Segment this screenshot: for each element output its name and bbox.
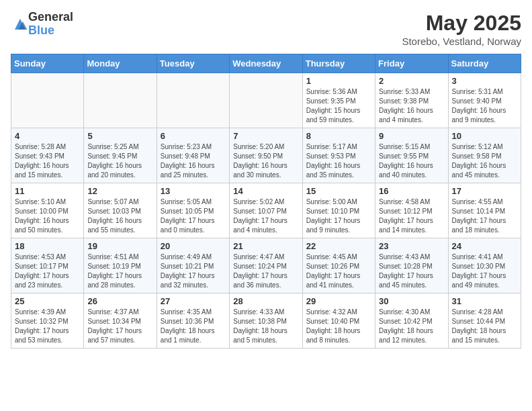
col-friday: Friday [375,54,448,73]
calendar-cell-w5-d1: 25Sunrise: 4:39 AM Sunset: 10:32 PM Dayl… [11,293,84,349]
day-number: 21 [233,241,298,251]
calendar-cell-w2-d7: 10Sunrise: 5:12 AM Sunset: 9:58 PM Dayli… [448,128,521,183]
calendar-cell-w4-d3: 20Sunrise: 4:49 AM Sunset: 10:21 PM Dayl… [157,238,229,293]
day-number: 30 [379,296,444,306]
calendar-cell-w3-d2: 12Sunrise: 5:07 AM Sunset: 10:03 PM Dayl… [84,183,157,238]
day-number: 23 [379,241,444,251]
calendar-cell-w3-d7: 17Sunrise: 4:55 AM Sunset: 10:14 PM Dayl… [448,183,521,238]
calendar-cell-w4-d7: 24Sunrise: 4:41 AM Sunset: 10:30 PM Dayl… [448,238,521,293]
day-number: 22 [306,241,371,251]
month-title: May 2025 [402,11,521,36]
calendar-cell-w1-d1 [11,73,84,128]
calendar-week-1: 1Sunrise: 5:36 AM Sunset: 9:35 PM Daylig… [11,73,521,128]
day-info: Sunrise: 4:37 AM Sunset: 10:34 PM Daylig… [87,308,152,345]
calendar-cell-w4-d5: 22Sunrise: 4:45 AM Sunset: 10:26 PM Dayl… [302,238,375,293]
logo-icon [12,16,28,32]
day-number: 4 [15,131,80,141]
day-info: Sunrise: 4:47 AM Sunset: 10:24 PM Daylig… [233,253,298,290]
day-info: Sunrise: 5:17 AM Sunset: 9:53 PM Dayligh… [306,142,371,180]
day-info: Sunrise: 5:12 AM Sunset: 9:58 PM Dayligh… [452,142,517,180]
calendar-header-row: Sunday Monday Tuesday Wednesday Thursday… [11,54,521,73]
calendar-cell-w5-d2: 26Sunrise: 4:37 AM Sunset: 10:34 PM Dayl… [84,293,157,349]
calendar-cell-w1-d6: 2Sunrise: 5:33 AM Sunset: 9:38 PM Daylig… [375,73,448,128]
calendar-cell-w2-d4: 7Sunrise: 5:20 AM Sunset: 9:50 PM Daylig… [230,128,302,183]
calendar-week-2: 4Sunrise: 5:28 AM Sunset: 9:43 PM Daylig… [11,128,521,183]
calendar-cell-w1-d4 [230,73,302,128]
calendar-cell-w4-d2: 19Sunrise: 4:51 AM Sunset: 10:19 PM Dayl… [84,238,157,293]
logo-general-text: General [28,11,73,24]
calendar-cell-w2-d6: 9Sunrise: 5:15 AM Sunset: 9:55 PM Daylig… [375,128,448,183]
calendar-week-5: 25Sunrise: 4:39 AM Sunset: 10:32 PM Dayl… [11,293,521,349]
day-number: 27 [161,296,226,306]
day-number: 17 [452,186,517,196]
day-number: 15 [306,186,371,196]
day-number: 28 [233,296,298,306]
calendar-table: Sunday Monday Tuesday Wednesday Thursday… [11,54,521,349]
day-info: Sunrise: 5:10 AM Sunset: 10:00 PM Daylig… [15,197,80,235]
day-info: Sunrise: 4:45 AM Sunset: 10:26 PM Daylig… [306,253,371,290]
calendar-cell-w3-d5: 15Sunrise: 5:00 AM Sunset: 10:10 PM Dayl… [302,183,375,238]
calendar-cell-w4-d6: 23Sunrise: 4:43 AM Sunset: 10:28 PM Dayl… [375,238,448,293]
day-info: Sunrise: 5:33 AM Sunset: 9:38 PM Dayligh… [379,87,444,125]
calendar-cell-w5-d3: 27Sunrise: 4:35 AM Sunset: 10:36 PM Dayl… [157,293,229,349]
day-number: 10 [452,131,517,141]
calendar-cell-w2-d3: 6Sunrise: 5:23 AM Sunset: 9:48 PM Daylig… [157,128,229,183]
day-number: 5 [87,131,152,141]
day-number: 1 [306,76,371,86]
day-number: 19 [87,241,152,251]
day-info: Sunrise: 5:36 AM Sunset: 9:35 PM Dayligh… [306,87,371,125]
day-number: 26 [87,296,152,306]
calendar-cell-w3-d4: 14Sunrise: 5:02 AM Sunset: 10:07 PM Dayl… [230,183,302,238]
day-info: Sunrise: 5:28 AM Sunset: 9:43 PM Dayligh… [15,142,80,180]
col-monday: Monday [84,54,157,73]
calendar-cell-w5-d5: 29Sunrise: 4:32 AM Sunset: 10:40 PM Dayl… [302,293,375,349]
calendar-cell-w5-d4: 28Sunrise: 4:33 AM Sunset: 10:38 PM Dayl… [230,293,302,349]
title-block: May 2025 Storebo, Vestland, Norway [402,11,521,47]
day-info: Sunrise: 4:28 AM Sunset: 10:44 PM Daylig… [452,308,517,345]
day-info: Sunrise: 4:30 AM Sunset: 10:42 PM Daylig… [379,308,444,345]
day-number: 29 [306,296,371,306]
day-info: Sunrise: 4:41 AM Sunset: 10:30 PM Daylig… [452,253,517,290]
logo: General Blue [11,11,73,38]
day-info: Sunrise: 5:31 AM Sunset: 9:40 PM Dayligh… [452,87,517,125]
day-info: Sunrise: 4:51 AM Sunset: 10:19 PM Daylig… [87,253,152,290]
col-tuesday: Tuesday [157,54,229,73]
col-sunday: Sunday [11,54,84,73]
day-info: Sunrise: 4:53 AM Sunset: 10:17 PM Daylig… [15,253,80,290]
calendar-cell-w1-d2 [84,73,157,128]
day-number: 9 [379,131,444,141]
day-number: 20 [161,241,226,251]
day-info: Sunrise: 5:07 AM Sunset: 10:03 PM Daylig… [87,197,152,235]
day-number: 11 [15,186,80,196]
calendar-cell-w2-d2: 5Sunrise: 5:25 AM Sunset: 9:45 PM Daylig… [84,128,157,183]
location: Storebo, Vestland, Norway [402,36,521,47]
day-number: 6 [161,131,226,141]
day-info: Sunrise: 5:25 AM Sunset: 9:45 PM Dayligh… [87,142,152,180]
calendar-cell-w3-d3: 13Sunrise: 5:05 AM Sunset: 10:05 PM Dayl… [157,183,229,238]
day-number: 24 [452,241,517,251]
day-info: Sunrise: 4:55 AM Sunset: 10:14 PM Daylig… [452,197,517,235]
calendar-cell-w1-d7: 3Sunrise: 5:31 AM Sunset: 9:40 PM Daylig… [448,73,521,128]
day-info: Sunrise: 4:43 AM Sunset: 10:28 PM Daylig… [379,253,444,290]
day-info: Sunrise: 5:02 AM Sunset: 10:07 PM Daylig… [233,197,298,235]
calendar-cell-w1-d3 [157,73,229,128]
calendar-week-3: 11Sunrise: 5:10 AM Sunset: 10:00 PM Dayl… [11,183,521,238]
calendar-cell-w3-d1: 11Sunrise: 5:10 AM Sunset: 10:00 PM Dayl… [11,183,84,238]
day-info: Sunrise: 5:20 AM Sunset: 9:50 PM Dayligh… [233,142,298,180]
col-wednesday: Wednesday [230,54,302,73]
day-info: Sunrise: 5:00 AM Sunset: 10:10 PM Daylig… [306,197,371,235]
calendar-cell-w4-d4: 21Sunrise: 4:47 AM Sunset: 10:24 PM Dayl… [230,238,302,293]
calendar-cell-w4-d1: 18Sunrise: 4:53 AM Sunset: 10:17 PM Dayl… [11,238,84,293]
day-number: 12 [87,186,152,196]
calendar-cell-w3-d6: 16Sunrise: 4:58 AM Sunset: 10:12 PM Dayl… [375,183,448,238]
day-number: 16 [379,186,444,196]
day-info: Sunrise: 4:49 AM Sunset: 10:21 PM Daylig… [161,253,226,290]
calendar-cell-w2-d5: 8Sunrise: 5:17 AM Sunset: 9:53 PM Daylig… [302,128,375,183]
day-number: 18 [15,241,80,251]
day-info: Sunrise: 5:23 AM Sunset: 9:48 PM Dayligh… [161,142,226,180]
calendar-week-4: 18Sunrise: 4:53 AM Sunset: 10:17 PM Dayl… [11,238,521,293]
day-info: Sunrise: 5:05 AM Sunset: 10:05 PM Daylig… [161,197,226,235]
calendar-cell-w5-d7: 31Sunrise: 4:28 AM Sunset: 10:44 PM Dayl… [448,293,521,349]
day-info: Sunrise: 5:15 AM Sunset: 9:55 PM Dayligh… [379,142,444,180]
col-thursday: Thursday [302,54,375,73]
